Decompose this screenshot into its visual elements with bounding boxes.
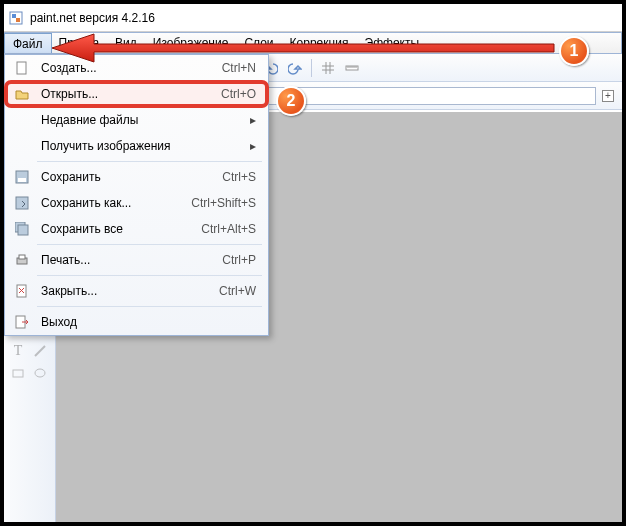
- svg-rect-29: [19, 255, 25, 259]
- app-icon: [8, 10, 24, 26]
- svg-rect-1: [12, 14, 16, 18]
- menu-separator: [37, 306, 262, 307]
- titlebar: paint.net версия 4.2.16: [4, 4, 622, 32]
- menu-item-close[interactable]: Закрыть... Ctrl+W: [5, 278, 268, 304]
- tool-rect-icon[interactable]: [8, 363, 28, 383]
- tb-redo-icon[interactable]: [284, 57, 306, 79]
- menu-item-saveall[interactable]: Сохранить все Ctrl+Alt+S: [5, 216, 268, 242]
- app-window: paint.net версия 4.2.16 Файл Правка Вид …: [0, 0, 626, 526]
- menu-separator: [37, 275, 262, 276]
- submenu-arrow-icon: ▸: [246, 113, 256, 127]
- menu-item-save[interactable]: Сохранить Ctrl+S: [5, 164, 268, 190]
- window-title: paint.net версия 4.2.16: [30, 11, 155, 25]
- svg-rect-24: [18, 178, 26, 182]
- open-folder-icon: [11, 87, 33, 101]
- saveall-icon: [11, 222, 33, 236]
- menu-adjust[interactable]: Коррекция: [282, 33, 357, 53]
- tb-grid-icon[interactable]: [317, 57, 339, 79]
- menu-item-exit[interactable]: Выход: [5, 309, 268, 335]
- menu-item-new[interactable]: Создать... Ctrl+N: [5, 55, 268, 81]
- svg-rect-2: [16, 18, 20, 22]
- tool-ellipse-icon[interactable]: [30, 363, 50, 383]
- print-icon: [11, 253, 33, 267]
- menu-file[interactable]: Файл: [4, 33, 52, 53]
- svg-rect-20: [13, 370, 23, 377]
- menu-item-acquire[interactable]: Получить изображения ▸: [5, 133, 268, 159]
- svg-rect-27: [18, 225, 28, 235]
- menu-item-saveas[interactable]: Сохранить как... Ctrl+Shift+S: [5, 190, 268, 216]
- menu-image[interactable]: Изображение: [145, 33, 237, 53]
- tool-text-icon[interactable]: T: [8, 341, 28, 361]
- submenu-arrow-icon: ▸: [246, 139, 256, 153]
- menu-item-open[interactable]: Открыть... Ctrl+O: [5, 81, 268, 107]
- close-icon: [11, 284, 33, 298]
- tb-ruler-icon[interactable]: [341, 57, 363, 79]
- tb-sep: [311, 59, 312, 77]
- svg-rect-25: [16, 197, 28, 209]
- tool-line-icon[interactable]: [30, 341, 50, 361]
- menu-edit[interactable]: Правка: [51, 33, 108, 53]
- svg-rect-22: [17, 62, 26, 74]
- menu-layers[interactable]: Слои: [236, 33, 281, 53]
- exit-icon: [11, 315, 33, 329]
- menu-item-print[interactable]: Печать... Ctrl+P: [5, 247, 268, 273]
- svg-point-21: [35, 369, 45, 377]
- new-file-icon: [11, 61, 33, 75]
- callout-badge-2: 2: [276, 86, 306, 116]
- menu-separator: [37, 161, 262, 162]
- callout-badge-1: 1: [559, 36, 589, 66]
- saveas-icon: [11, 196, 33, 210]
- menubar: Файл Правка Вид Изображение Слои Коррекц…: [4, 32, 622, 54]
- menu-separator: [37, 244, 262, 245]
- menu-item-recent[interactable]: Недавние файлы ▸: [5, 107, 268, 133]
- hardness-plus-icon[interactable]: +: [602, 90, 614, 102]
- menu-effects[interactable]: Эффекты: [357, 33, 428, 53]
- save-icon: [11, 170, 33, 184]
- menu-view[interactable]: Вид: [107, 33, 145, 53]
- file-menu-dropdown: Создать... Ctrl+N Открыть... Ctrl+O Неда…: [4, 54, 269, 336]
